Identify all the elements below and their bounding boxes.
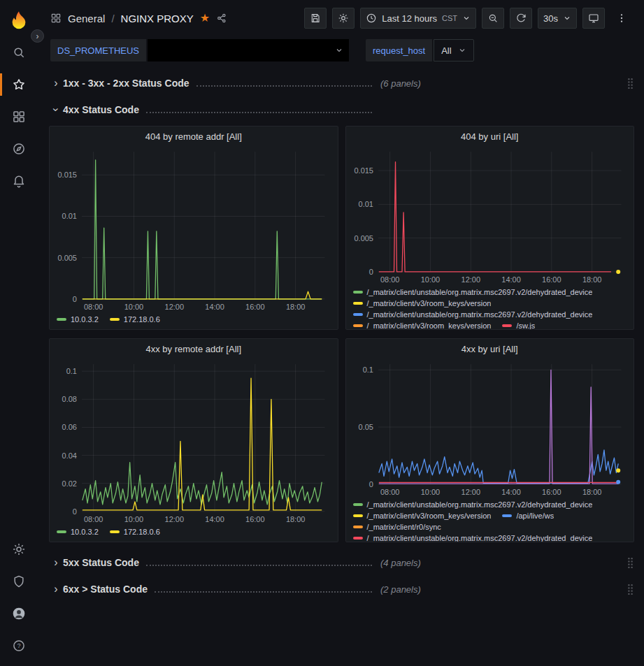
svg-text:14:00: 14:00 xyxy=(501,488,520,496)
kebab-icon xyxy=(616,13,627,24)
sidebar-item-help[interactable]: ? xyxy=(0,630,38,662)
variable-select-request-host[interactable]: All xyxy=(434,39,473,61)
row-drag-handle[interactable] xyxy=(627,78,634,89)
legend-item[interactable]: /_matrix/client/unstable/org.matrix.msc2… xyxy=(353,288,593,296)
kebab-menu-button[interactable] xyxy=(610,8,633,29)
row-panel-count: (6 panels) xyxy=(380,78,421,89)
grip-dots-icon xyxy=(627,78,634,89)
legend-item[interactable]: 172.18.0.6 xyxy=(110,528,160,536)
panel-title[interactable]: 404 by uri [All] xyxy=(346,126,634,146)
sidebar-item-profile[interactable] xyxy=(0,598,38,630)
chevron-down-icon xyxy=(458,46,466,55)
chart-area: 00.0050.010.01508:0010:0012:0014:0016:00… xyxy=(51,146,334,313)
grip-dots-icon xyxy=(627,584,634,595)
gear-icon xyxy=(338,13,349,24)
legend-swatch xyxy=(110,530,120,533)
time-series-chart[interactable]: 00.0050.010.01508:0010:0012:0014:0016:00… xyxy=(51,146,334,313)
row-left: › 1xx - 3xx - 2xx Status Code xyxy=(49,78,379,89)
svg-text:10:00: 10:00 xyxy=(124,303,143,311)
svg-text:16:00: 16:00 xyxy=(245,515,264,523)
save-dashboard-button[interactable] xyxy=(304,8,327,29)
dashboard-row-6xx[interactable]: › 6xx > Status Code (2 panels) xyxy=(49,579,634,600)
row-dotted-leader xyxy=(146,565,372,566)
legend-item[interactable]: /_matrix/client/r0/sync xyxy=(353,523,441,531)
refresh-button[interactable] xyxy=(510,8,532,29)
row-drag-handle[interactable] xyxy=(627,557,634,569)
panel-title[interactable]: 404 by remote addr [All] xyxy=(50,126,338,146)
row-title: 1xx - 3xx - 2xx Status Code xyxy=(63,78,189,89)
breadcrumb-folder[interactable]: General xyxy=(68,13,105,24)
favorite-star-icon[interactable]: ★ xyxy=(200,13,210,24)
svg-text:16:00: 16:00 xyxy=(542,488,561,496)
svg-text:10:00: 10:00 xyxy=(420,488,439,496)
svg-text:18:00: 18:00 xyxy=(582,488,601,496)
dashboard-settings-button[interactable] xyxy=(332,8,355,29)
svg-text:0.01: 0.01 xyxy=(62,212,77,220)
variable-value-request-host: All xyxy=(441,45,451,56)
panel-title[interactable]: 4xx by uri [All] xyxy=(346,339,634,359)
legend-item[interactable]: /api/live/ws xyxy=(502,512,554,520)
sidebar-item-search[interactable] xyxy=(0,36,38,68)
time-range-label: Last 12 hours xyxy=(382,13,437,24)
time-series-chart[interactable]: 00.050.108:0010:0012:0014:0016:0018:00 xyxy=(348,359,630,498)
share-button[interactable] xyxy=(216,13,227,24)
legend-item[interactable]: 10.0.3.2 xyxy=(57,315,99,324)
svg-text:08:00: 08:00 xyxy=(84,303,103,311)
variable-datasource: DS_PROMETHEUS xyxy=(50,39,349,61)
svg-text:14:00: 14:00 xyxy=(205,303,224,311)
sidebar-item-dashboards[interactable] xyxy=(0,101,38,133)
svg-text:18:00: 18:00 xyxy=(286,303,305,311)
legend-swatch xyxy=(353,313,363,316)
variable-select-datasource[interactable] xyxy=(148,39,349,61)
legend-swatch xyxy=(353,526,363,528)
dashboard-title[interactable]: NGINX PROXY xyxy=(121,13,194,24)
legend-swatch xyxy=(353,291,363,294)
legend-item[interactable]: /_matrix/client/unstable/org.matrix.msc2… xyxy=(353,500,593,509)
row-drag-handle[interactable] xyxy=(627,584,634,595)
svg-text:0.08: 0.08 xyxy=(62,395,77,403)
refresh-interval-dropdown[interactable]: 30s xyxy=(538,8,577,29)
panel-title[interactable]: 4xx by remote addr [All] xyxy=(50,339,338,359)
legend-item[interactable]: /_matrix/client/v3/room_keys/version xyxy=(353,512,492,520)
sidebar-item-alerting[interactable] xyxy=(0,165,38,197)
zoom-out-button[interactable] xyxy=(482,8,504,29)
chart-area: 00.0050.010.01508:0010:0012:0014:0016:00… xyxy=(348,146,630,286)
chart-area: 00.050.108:0010:0012:0014:0016:0018:00 xyxy=(348,359,630,498)
time-series-chart[interactable]: 00.0050.010.01508:0010:0012:0014:0016:00… xyxy=(348,146,630,286)
sidebar-item-starred[interactable] xyxy=(0,68,38,101)
time-series-chart[interactable]: 00.020.040.060.080.108:0010:0012:0014:00… xyxy=(51,359,334,526)
sidebar-item-configuration[interactable] xyxy=(0,533,38,565)
time-range-picker[interactable]: Last 12 hours CST xyxy=(360,8,476,29)
row-chevron-icon: › xyxy=(50,103,62,117)
chevron-down-icon xyxy=(563,14,571,22)
legend-item[interactable]: /_matrix/client/v3/room_keys/version xyxy=(353,299,492,307)
legend-item[interactable]: 172.18.0.6 xyxy=(110,315,160,324)
row-title: 4xx Status Code xyxy=(63,104,139,115)
variable-label-datasource: DS_PROMETHEUS xyxy=(50,39,146,61)
svg-text:10:00: 10:00 xyxy=(420,275,439,284)
row-left: › 6xx > Status Code xyxy=(49,584,379,595)
legend-swatch xyxy=(353,537,363,540)
sidebar-item-explore[interactable] xyxy=(0,133,38,165)
legend-label: /_matrix/client/unstable/org.matrix.msc2… xyxy=(367,288,593,296)
sidebar-expand-button[interactable]: › xyxy=(31,29,44,43)
dashboard-row-5xx[interactable]: › 5xx Status Code (4 panels) xyxy=(49,552,634,573)
main-area: General / NGINX PROXY ★ xyxy=(38,0,644,666)
search-icon xyxy=(12,45,26,59)
legend-swatch xyxy=(57,530,66,533)
legend-item[interactable]: /_matrix/client/unstable/org.matrix.msc2… xyxy=(353,534,593,542)
row-panel-count: (2 panels) xyxy=(380,584,421,595)
apps-icon xyxy=(50,13,62,24)
dashboard-row-1xx-3xx-2xx[interactable]: › 1xx - 3xx - 2xx Status Code (6 panels) xyxy=(49,73,634,94)
cycle-view-mode-button[interactable] xyxy=(582,8,605,29)
legend-item[interactable]: /_matrix/client/v3/room_keys/version xyxy=(353,321,492,329)
timezone-label: CST xyxy=(442,14,457,22)
dashboard-row-4xx[interactable]: › 4xx Status Code xyxy=(49,99,634,120)
legend-item[interactable]: 10.0.3.2 xyxy=(57,528,99,536)
svg-text:0.1: 0.1 xyxy=(362,365,373,374)
svg-text:08:00: 08:00 xyxy=(380,488,399,496)
sidebar-item-server-admin[interactable] xyxy=(0,565,38,598)
legend-label: /_matrix/client/unstable/org.matrix.msc2… xyxy=(367,310,593,319)
legend-item[interactable]: /sw.js xyxy=(502,321,535,329)
legend-item[interactable]: /_matrix/client/unstable/org.matrix.msc2… xyxy=(353,310,593,319)
